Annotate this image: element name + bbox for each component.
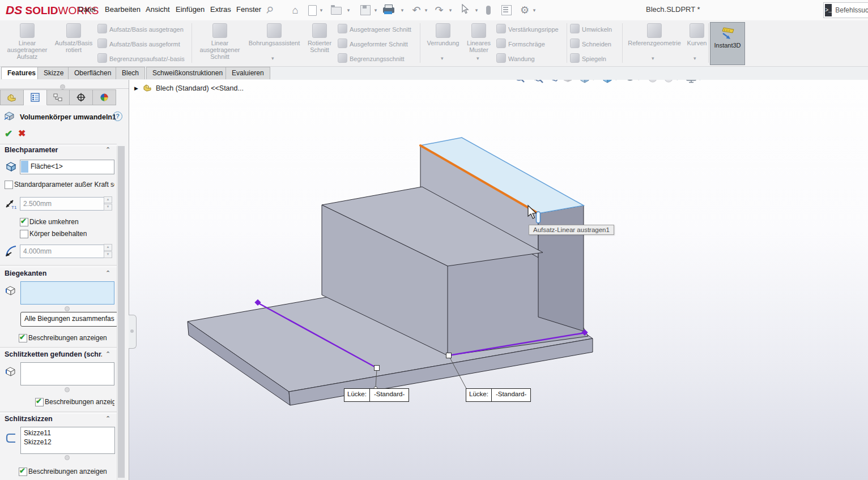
bend-radius-spinner[interactable]: ▲▼ <box>104 244 112 258</box>
gap-callout-1-value[interactable]: -Standard- <box>370 389 409 401</box>
section-header-biegekanten[interactable]: Biegekanten <box>5 269 102 277</box>
bend-radius-field[interactable]: 4.000mm <box>20 245 104 258</box>
graphics-area[interactable]: ▶ Blech (Standard) <<Stand... <box>129 80 868 480</box>
select-cursor-icon[interactable] <box>459 4 471 16</box>
options-dropdown-caret-icon[interactable] <box>531 7 537 13</box>
open-document-icon[interactable] <box>331 7 342 15</box>
menu-einfuegen[interactable]: Einfügen <box>176 5 205 14</box>
ribbon-swept-cut-button[interactable]: Ausgetragener Schnitt <box>338 24 411 36</box>
collapse-chevron-icon[interactable] <box>105 415 113 422</box>
tab-featuremanager[interactable] <box>0 89 24 105</box>
collapse-chevron-icon[interactable] <box>105 350 113 358</box>
thickness-spinner[interactable]: ▲▼ <box>104 196 112 210</box>
ribbon-wrap-button[interactable]: Umwickeln <box>570 24 612 36</box>
collapse-chevron-icon[interactable] <box>105 146 113 153</box>
section-header-blechparameter[interactable]: Blechparameter <box>5 146 102 154</box>
save-dropdown-caret-icon[interactable] <box>373 7 378 13</box>
undo-icon[interactable]: ↶ <box>410 4 423 16</box>
slot-sketch-list[interactable]: Skizze11 Skizze12 <box>20 427 115 454</box>
rip-edges-selection-box[interactable] <box>20 362 114 385</box>
linear-pattern-caret-icon[interactable] <box>476 55 479 61</box>
panel-scrollbar-thumb[interactable] <box>118 146 125 478</box>
hole-wizard-caret-icon[interactable] <box>271 55 274 61</box>
command-search-box[interactable]: >_ Befehlssuc <box>823 2 868 18</box>
show-callouts-checkbox-1[interactable] <box>19 334 27 342</box>
tab-evaluieren[interactable]: Evaluieren <box>225 67 270 79</box>
print-icon[interactable] <box>383 7 394 13</box>
print-dropdown-caret-icon[interactable] <box>399 7 405 13</box>
redo-dropdown-caret-icon[interactable] <box>448 7 453 13</box>
select-dropdown-caret-icon[interactable] <box>474 7 479 13</box>
tab-oberflaechen[interactable]: Oberflächen <box>68 67 117 79</box>
reference-geometry-caret-icon[interactable] <box>652 55 654 61</box>
thickness-field[interactable]: 2.500mm <box>20 197 104 211</box>
ribbon-extruded-boss-button[interactable]: Linear ausgetragener Aufsatz <box>3 23 51 65</box>
redo-icon[interactable]: ↷ <box>433 4 445 16</box>
show-callouts-label-1[interactable]: Beschreibungen anzeigen <box>28 334 107 342</box>
new-dropdown-caret-icon[interactable] <box>318 7 324 13</box>
bend-line-1-handle[interactable] <box>375 366 380 371</box>
ribbon-lofted-cut-button[interactable]: Ausgeformter Schnitt <box>338 38 408 51</box>
section-header-schlitzskizzen[interactable]: Schlitzskizzen <box>5 415 102 423</box>
ribbon-extruded-cut-button[interactable]: Linear ausgetragener Schnitt <box>195 23 245 65</box>
gap-callout-1[interactable]: Lücke: -Standard- <box>344 388 409 402</box>
menu-datei[interactable]: Datei <box>78 5 95 14</box>
help-icon[interactable]: ? <box>113 112 122 121</box>
curves-caret-icon[interactable] <box>693 55 696 61</box>
ribbon-lofted-boss-button[interactable]: Aufsatz/Basis ausgeformt <box>97 38 180 51</box>
ribbon-reference-geometry-button[interactable]: Referenzgeometrie <box>624 23 684 65</box>
selection-box-resize-handle[interactable] <box>65 455 70 460</box>
tab-propertymanager[interactable] <box>24 89 47 105</box>
save-icon[interactable] <box>360 5 371 15</box>
toggle-bar-icon[interactable] <box>486 6 491 15</box>
menu-fenster[interactable]: Fenster <box>236 5 261 14</box>
options-gear-icon[interactable]: ⚙ <box>518 4 531 16</box>
tab-dimxpertmanager[interactable] <box>70 89 93 105</box>
tab-schweisskonstruktionen[interactable]: Schweißkonstruktionen <box>146 67 229 79</box>
panel-splitter-handle[interactable] <box>129 315 137 349</box>
tab-configurationmanager[interactable] <box>47 89 70 105</box>
panel-scrollbar[interactable] <box>117 146 125 480</box>
collapse-chevron-icon[interactable] <box>105 269 113 277</box>
show-callouts-checkbox-2[interactable] <box>35 398 44 406</box>
ok-button[interactable] <box>5 128 12 140</box>
pin-menu-icon[interactable]: ⚲ <box>263 3 275 16</box>
ribbon-revolved-boss-button[interactable]: Aufsatz/Basis rotiert <box>52 23 95 65</box>
tab-displaymanager[interactable] <box>93 89 116 105</box>
ribbon-boundary-cut-button[interactable]: Begrenzungsschnitt <box>338 53 405 66</box>
override-defaults-checkbox[interactable] <box>5 181 13 189</box>
ribbon-shell-button[interactable]: Wandung <box>496 53 535 66</box>
list-item-skizze11[interactable]: Skizze11 <box>24 428 114 438</box>
fillet-caret-icon[interactable] <box>441 55 444 61</box>
ribbon-rib-button[interactable]: Verstärkungsrippe <box>496 24 559 36</box>
open-dropdown-caret-icon[interactable] <box>346 7 351 13</box>
home-icon[interactable]: ⌂ <box>289 4 301 16</box>
reverse-thickness-label[interactable]: Dicke umkehren <box>29 218 79 226</box>
override-defaults-label[interactable]: Standardparameter außer Kraft se <box>14 181 114 188</box>
ribbon-draft-button[interactable]: Formschräge <box>496 38 545 51</box>
collect-all-bends-button[interactable]: Alle Biegungen zusammenfas <box>20 312 118 327</box>
ribbon-intersect-button[interactable]: Schneiden <box>570 38 611 51</box>
tab-skizze[interactable]: Skizze <box>37 67 70 79</box>
ribbon-hole-wizard-button[interactable]: Bohrungsassistent <box>246 23 303 65</box>
gap-callout-2[interactable]: Lücke: -Standard- <box>466 388 531 402</box>
menu-bearbeiten[interactable]: Bearbeiten <box>105 5 141 14</box>
reverse-thickness-checkbox[interactable] <box>20 218 28 226</box>
show-callouts-label-3[interactable]: Beschreibungen anzeigen <box>28 468 107 475</box>
keep-body-checkbox[interactable] <box>20 230 28 238</box>
bend-edges-selection-box[interactable] <box>20 281 114 305</box>
keep-body-label[interactable]: Körper beibehalten <box>29 230 87 238</box>
ribbon-revolved-cut-button[interactable]: Rotierter Schnitt <box>304 23 335 65</box>
list-item-skizze12[interactable]: Skizze12 <box>24 438 114 447</box>
ribbon-boundary-boss-button[interactable]: Begrenzungsaufsatz/-basis <box>97 53 185 66</box>
tab-features[interactable]: Features <box>1 67 42 79</box>
ribbon-curves-button[interactable]: Kurven <box>684 23 709 65</box>
show-callouts-checkbox-3[interactable] <box>19 468 27 476</box>
ribbon-instant3d-button[interactable]: Instant3D <box>710 22 745 65</box>
show-callouts-label-2[interactable]: Beschreibungen anzeig <box>45 398 114 406</box>
selection-box-resize-handle[interactable] <box>65 387 70 392</box>
ribbon-swept-boss-button[interactable]: Aufsatz/Basis ausgetragen <box>97 24 184 36</box>
bend-line-2-handle[interactable] <box>446 353 452 358</box>
fixed-face-selection-box[interactable]: Fläche<1> <box>20 160 114 174</box>
menu-extras[interactable]: Extras <box>210 5 231 14</box>
